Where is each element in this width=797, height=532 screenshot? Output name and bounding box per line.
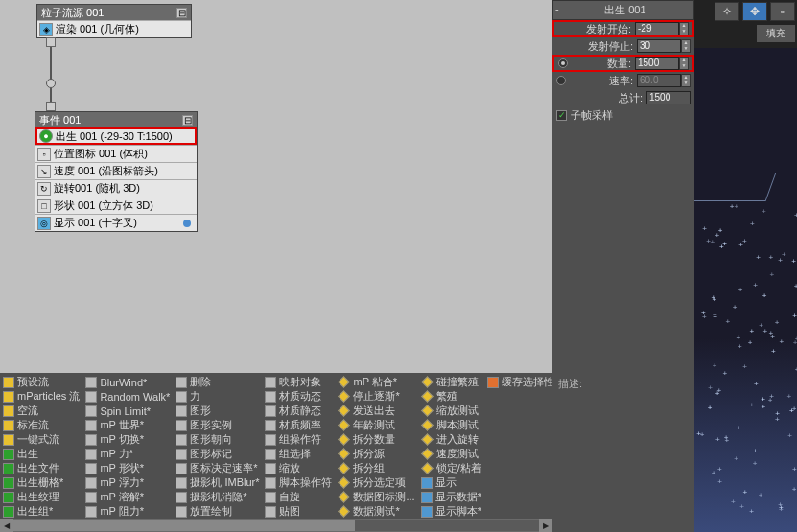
palette-item[interactable]: 映射对象 [263,375,334,389]
viewport-tool-c[interactable]: ▫ [770,2,795,21]
palette-item[interactable]: mP 形状* [83,461,172,475]
palette-item[interactable]: 脚本测试 [419,418,483,432]
palette-item[interactable]: 进入旋转 [419,432,483,447]
palette-item[interactable]: 标准流 [1,418,82,432]
subframe-checkbox[interactable]: ✓ [556,110,567,121]
operator-speed[interactable]: ↘ 速度 001 (沿图标箭头) [35,162,197,179]
palette-item[interactable]: mP 浮力* [83,475,172,490]
palette-item[interactable]: 组选择 [263,447,334,461]
palette-item[interactable]: 缩放测试 [419,404,483,418]
palette-item[interactable]: 数据测试* [336,504,416,519]
palette-item[interactable]: 出生 [1,447,82,461]
palette-scrollbar[interactable]: ◀ ▶ [0,519,552,532]
palette-item[interactable]: 年龄测试 [336,418,416,432]
palette-item[interactable]: 图形朝向 [174,432,261,447]
minimize-icon[interactable]: ⊟ [176,8,187,18]
palette-item[interactable]: Random Walk* [83,389,172,404]
connector-in[interactable] [46,102,56,111]
palette-item[interactable]: mP 世界* [83,418,172,432]
palette-item[interactable]: 拆分数量 [336,432,416,447]
palette-item[interactable]: 自旋 [263,490,334,504]
palette-item[interactable]: 拆分选定项 [336,475,416,490]
palette-item[interactable]: 图形标记 [174,447,261,461]
palette-item[interactable]: 繁殖 [419,389,483,404]
operator-position[interactable]: ▫ 位置图标 001 (体积) [35,145,197,162]
palette-item[interactable]: 摄影机消隐* [174,490,261,504]
palette-item[interactable]: 停止逐渐* [336,389,416,404]
connector-out[interactable] [46,37,56,47]
palette-item[interactable]: mP 切换* [83,432,172,447]
rate-radio[interactable] [556,76,566,85]
palette-item[interactable]: 出生文件 [1,461,82,475]
output-plug[interactable] [183,220,191,227]
palette-item[interactable]: 放置绘制 [174,504,261,519]
palette-item[interactable]: 空流 [1,404,82,418]
palette-item[interactable]: 碰撞繁殖 [419,375,483,389]
palette-item[interactable]: 发送出去 [336,404,416,418]
node-event-title-bar[interactable]: 事件 001 ⊟ [35,112,197,127]
scroll-right-button[interactable]: ▶ [539,519,552,532]
palette-item[interactable]: 删除 [174,375,261,389]
palette-item[interactable]: mP 溶解* [83,490,172,504]
palette-item[interactable]: 出生栅格* [1,475,82,490]
node-source[interactable]: 粒子流源 001 ⊟ ◈ 渲染 001 (几何体) [36,4,192,38]
operator-display[interactable]: ◎ 显示 001 (十字叉) [35,214,197,231]
palette-item[interactable]: 出生组* [1,504,82,519]
palette-item[interactable]: 图形 [174,404,261,418]
node-source-title-bar[interactable]: 粒子流源 001 ⊟ [37,5,191,20]
palette-item[interactable]: 材质动态 [263,389,334,404]
palette-item[interactable]: 一键式流 [1,432,82,447]
palette-item-icon [85,449,97,460]
palette-item[interactable]: 缩放 [263,461,334,475]
amount-input[interactable]: 1500 [635,57,679,70]
palette-item[interactable]: 预设流 [1,375,82,389]
node-event[interactable]: 事件 001 ⊟ ● 出生 001 (-29-30 T:1500) ▫ 位置图标… [35,111,198,232]
operator-rotation[interactable]: ↻ 旋转001 (随机 3D) [35,179,197,197]
palette-item[interactable]: 组操作符 [263,432,334,447]
spinner[interactable]: ▲▼ [679,57,689,70]
scroll-track[interactable] [13,520,539,531]
palette-item[interactable]: 图标决定速率* [174,461,261,475]
palette-item[interactable]: mP 力* [83,447,172,461]
palette-item[interactable]: 出生纹理 [1,490,82,504]
tab-fill[interactable]: 填充 [757,25,795,42]
palette-item[interactable]: 脚本操作符 [263,475,334,490]
scroll-left-button[interactable]: ◀ [0,519,13,532]
emit-start-input[interactable]: -29 [635,22,679,35]
palette-item[interactable]: 数据图标测... [336,490,416,504]
palette-item[interactable]: 拆分组 [336,461,416,475]
palette-item[interactable]: 显示脚本* [419,504,483,519]
amount-radio[interactable] [558,58,568,68]
palette-item[interactable]: 拆分源 [336,447,416,461]
palette-item[interactable]: 力 [174,389,261,404]
palette-item[interactable]: 贴图 [263,504,334,519]
node-source-render-row[interactable]: ◈ 渲染 001 (几何体) [37,20,191,37]
scroll-thumb[interactable] [13,520,355,531]
move-tool-button[interactable]: ✥ [742,2,767,21]
minimize-icon[interactable]: ⊟ [182,115,193,126]
viewport-render[interactable]: ++++++++++++++++++++++++++++++++++++++++… [694,48,797,532]
palette-item[interactable]: 缓存选择性* [485,375,552,389]
palette-item[interactable]: 显示 [419,475,483,490]
palette-item[interactable]: 摄影机 IMBlur* [174,475,261,490]
palette-item[interactable]: Spin Limit* [83,404,172,418]
node-editor-canvas[interactable]: 粒子流源 001 ⊟ ◈ 渲染 001 (几何体) 事件 001 ⊟ ● 出生 … [0,0,552,373]
palette-item[interactable]: 显示数据* [419,490,483,504]
operator-birth[interactable]: ● 出生 001 (-29-30 T:1500) [35,127,197,145]
palette-item[interactable]: 锁定/粘着 [419,461,483,475]
palette-item[interactable]: 图形实例 [174,418,261,432]
emit-stop-input[interactable]: 30 [637,39,681,53]
palette-item[interactable]: mP 粘合* [336,375,416,389]
palette-item[interactable]: BlurWind* [83,375,172,389]
palette-item[interactable]: 速度测试 [419,447,483,461]
spinner[interactable]: ▲▼ [679,22,689,35]
operator-shape[interactable]: □ 形状 001 (立方体 3D) [35,197,197,214]
palette-item[interactable]: 材质频率 [263,418,334,432]
param-title[interactable]: - 出生 001 [552,0,694,20]
viewport-tool-a[interactable]: ✧ [715,2,739,21]
palette-item[interactable]: 材质静态 [263,404,334,418]
palette-item[interactable]: mP 阻力* [83,504,172,519]
particle-icon: + [715,231,719,240]
spinner[interactable]: ▲▼ [681,39,691,53]
palette-item[interactable]: mParticles 流 [1,389,82,404]
